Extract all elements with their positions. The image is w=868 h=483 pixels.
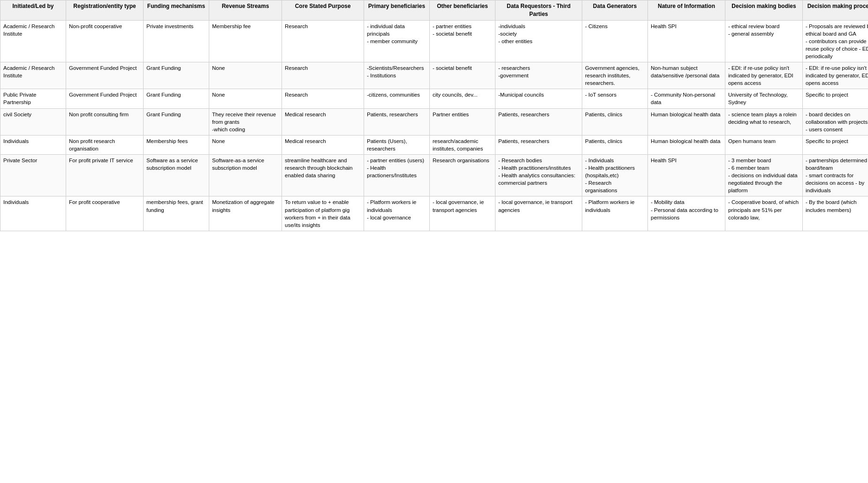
table-row: Private SectorFor profit private IT serv…	[0, 155, 868, 196]
cell-nature: - Mobility data- Personal data according…	[648, 196, 725, 231]
cell-data-req: -individuals-society- other entities	[495, 20, 582, 62]
header-nature: Nature of Information	[648, 0, 725, 21]
cell-decision-body: - ethical review board- general assembly	[725, 20, 803, 62]
cell-primary: - individual data principals- member com…	[364, 20, 430, 62]
cell-decision-body: - 3 member board- 6 member team- decisio…	[725, 155, 803, 196]
header-decision-body: Decision making bodies	[725, 0, 803, 21]
cell-decision-body: - Cooperative board, of which principals…	[725, 196, 803, 231]
cell-primary: - Platform workers ie individuals- local…	[364, 196, 430, 231]
cell-initiated: Private Sector	[0, 155, 66, 196]
cell-funding: Grant Funding	[144, 108, 209, 135]
cell-revenue: None	[209, 89, 282, 108]
table-row: IndividualsFor profit cooperativemembers…	[0, 196, 868, 231]
cell-funding: membership fees, grant funding	[144, 196, 209, 231]
cell-decision-process: Specific to project	[803, 89, 868, 108]
cell-other: Partner entities	[430, 108, 495, 135]
cell-decision-process: - board decides on collaboration with pr…	[803, 108, 868, 135]
cell-data-req: Patients, researchers	[495, 135, 582, 154]
header-purpose: Core Stated Purpose	[282, 0, 364, 21]
cell-data-req: - researchers-government	[495, 62, 582, 89]
header-row: Initiated/Led by Registration/entity typ…	[0, 0, 868, 21]
cell-revenue: None	[209, 62, 282, 89]
cell-nature: Human biological health data	[648, 135, 725, 154]
cell-revenue: Software-as-a service subscription model	[209, 155, 282, 196]
main-table-wrapper: Initiated/Led by Registration/entity typ…	[0, 0, 868, 231]
cell-initiated: Academic / Research Institute	[0, 20, 66, 62]
cell-data-gen: Patients, clinics	[582, 135, 648, 154]
table-row: Academic / Research InstituteGovernment …	[0, 62, 868, 89]
cell-data-gen: - Citizens	[582, 20, 648, 62]
header-data-gen: Data Generators	[582, 0, 648, 21]
cell-initiated: Individuals	[0, 196, 66, 231]
table-row: Academic / Research InstituteNon-profit …	[0, 20, 868, 62]
cell-decision-process: - EDI: if re-use policy isn't indicated …	[803, 62, 868, 89]
cell-decision-body: Open humans team	[725, 135, 803, 154]
table-row: IndividualsNon profit research organisat…	[0, 135, 868, 154]
cell-decision-process: - partnerships determined by board/team-…	[803, 155, 868, 196]
cell-registration: Non profit research organisation	[66, 135, 144, 154]
cell-decision-body: University of Technology, Sydney	[725, 89, 803, 108]
cell-registration: Government Funded Project	[66, 62, 144, 89]
cell-data-req: Patients, researchers	[495, 108, 582, 135]
cell-other: Research organisations	[430, 155, 495, 196]
cell-other: research/academic institutes, companies	[430, 135, 495, 154]
cell-data-gen: Patients, clinics	[582, 108, 648, 135]
cell-decision-process: - Proposals are reviewed by ethical boar…	[803, 20, 868, 62]
cell-initiated: Public Private Partnership	[0, 89, 66, 108]
header-revenue: Revenue Streams	[209, 0, 282, 21]
cell-data-gen: - Platform workers ie individuals	[582, 196, 648, 231]
cell-decision-body: - EDI: if re-use policy isn't indicated …	[725, 62, 803, 89]
cell-primary: -citizens, communities	[364, 89, 430, 108]
header-primary: Primary beneficiaries	[364, 0, 430, 21]
header-other: Other beneficiaries	[430, 0, 495, 21]
cell-funding: Grant Funding	[144, 62, 209, 89]
cell-nature: Health SPI	[648, 155, 725, 196]
header-registration: Registration/entity type	[66, 0, 144, 21]
cell-other: - partner entities- societal benefit	[430, 20, 495, 62]
cell-primary: -Scientists/Researchers - Institutions	[364, 62, 430, 89]
cell-purpose: Research	[282, 89, 364, 108]
cell-primary: Patients (Users), researchers	[364, 135, 430, 154]
header-funding: Funding mechanisms	[144, 0, 209, 21]
cell-registration: For profit private IT service	[66, 155, 144, 196]
header-initiated: Initiated/Led by	[0, 0, 66, 21]
cell-funding: Software as a service subscription model	[144, 155, 209, 196]
data-table: Initiated/Led by Registration/entity typ…	[0, 0, 868, 231]
cell-purpose: Medical research	[282, 135, 364, 154]
cell-other: - societal benefit	[430, 62, 495, 89]
cell-revenue: None	[209, 135, 282, 154]
cell-purpose: Research	[282, 62, 364, 89]
cell-data-gen: - IoT sensors	[582, 89, 648, 108]
cell-initiated: Individuals	[0, 135, 66, 154]
header-decision-process: Decision making process	[803, 0, 868, 21]
header-data-req: Data Requestors - Third Parties	[495, 0, 582, 21]
cell-nature: - Community Non-personal data	[648, 89, 725, 108]
cell-revenue: Monetization of aggregate insights	[209, 196, 282, 231]
cell-initiated: Academic / Research Institute	[0, 62, 66, 89]
cell-registration: Government Funded Project	[66, 89, 144, 108]
cell-decision-process: Specific to project	[803, 135, 868, 154]
cell-purpose: To return value to + enable participatio…	[282, 196, 364, 231]
table-body: Academic / Research InstituteNon-profit …	[0, 20, 868, 231]
cell-registration: Non-profit cooperative	[66, 20, 144, 62]
cell-other: - local governance, ie transport agencie…	[430, 196, 495, 231]
cell-funding: Membership fees	[144, 135, 209, 154]
cell-nature: Human biological health data	[648, 108, 725, 135]
cell-registration: Non profit consulting firm	[66, 108, 144, 135]
cell-primary: - partner entities (users)- Health pract…	[364, 155, 430, 196]
cell-data-req: - local governance, ie transport agencie…	[495, 196, 582, 231]
cell-funding: Private investments	[144, 20, 209, 62]
cell-funding: Grant Funding	[144, 89, 209, 108]
cell-primary: Patients, researchers	[364, 108, 430, 135]
cell-decision-process: - By the board (which includes members)	[803, 196, 868, 231]
table-row: Public Private PartnershipGovernment Fun…	[0, 89, 868, 108]
cell-revenue: They receive their revenue from grants-w…	[209, 108, 282, 135]
cell-purpose: streamline healthcare and research throu…	[282, 155, 364, 196]
cell-data-req: -Municipal councils	[495, 89, 582, 108]
cell-other: city councils, dev...	[430, 89, 495, 108]
cell-revenue: Membership fee	[209, 20, 282, 62]
cell-data-gen: - Individuals- Health practitioners (hos…	[582, 155, 648, 196]
cell-nature: Health SPI	[648, 20, 725, 62]
cell-data-gen: Government agencies, research institutes…	[582, 62, 648, 89]
cell-nature: Non-human subject data/sensitive /person…	[648, 62, 725, 89]
